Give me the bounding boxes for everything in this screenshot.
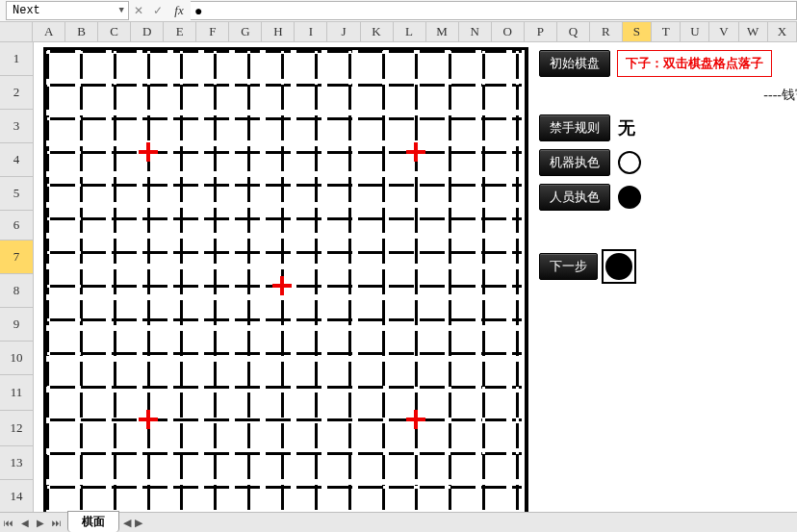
- row-header-9[interactable]: 9: [0, 308, 33, 342]
- human-color-button[interactable]: 人员执色: [539, 184, 610, 211]
- row-header-4[interactable]: 4: [0, 143, 33, 177]
- row-header-10[interactable]: 10: [0, 342, 33, 375]
- row-header-11[interactable]: 11: [0, 375, 33, 411]
- board-star-point: [406, 142, 425, 162]
- author-signature: ----钱寈: [763, 87, 797, 104]
- col-header-R[interactable]: R: [590, 22, 623, 41]
- col-header-W[interactable]: W: [739, 22, 768, 41]
- board-vline: [348, 51, 351, 528]
- col-header-M[interactable]: M: [426, 22, 459, 41]
- board-vline: [46, 51, 49, 528]
- formula-input[interactable]: ●: [191, 1, 797, 20]
- col-header-N[interactable]: N: [459, 22, 492, 41]
- next-turn-indicator: [602, 249, 636, 284]
- board-star-point: [272, 276, 292, 295]
- formula-value: ●: [194, 3, 202, 18]
- col-header-A[interactable]: A: [33, 22, 65, 41]
- board-hline: [47, 84, 525, 87]
- row-header-5[interactable]: 5: [0, 177, 33, 211]
- human-color-icon: [618, 186, 641, 209]
- tab-nav-prev-icon[interactable]: ◀: [17, 518, 33, 528]
- board-vline: [516, 51, 519, 528]
- col-header-X[interactable]: X: [768, 22, 797, 41]
- board-hline: [47, 151, 525, 154]
- board-hline: [47, 251, 525, 254]
- machine-color-button[interactable]: 机器执色: [539, 149, 610, 176]
- col-header-I[interactable]: I: [295, 22, 327, 41]
- col-header-L[interactable]: L: [394, 22, 426, 41]
- col-header-V[interactable]: V: [709, 22, 738, 41]
- board-vline: [382, 51, 385, 528]
- forbid-rule-value: 无: [618, 116, 635, 139]
- init-board-button[interactable]: 初始棋盘: [539, 50, 610, 77]
- tab-nav-next-icon[interactable]: ▶: [33, 518, 48, 528]
- name-box-value: Next: [13, 4, 40, 17]
- col-header-B[interactable]: B: [65, 22, 98, 41]
- cell-area[interactable]: 初始棋盘 下子：双击棋盘格点落子 ----钱寈 禁手规则 无 机器执色 人员执色…: [34, 42, 797, 514]
- board-vline: [482, 51, 485, 528]
- col-header-E[interactable]: E: [164, 22, 196, 41]
- row-header-14[interactable]: 14: [0, 480, 33, 514]
- col-header-C[interactable]: C: [98, 22, 131, 41]
- cancel-icon[interactable]: ✕: [129, 4, 148, 17]
- board-hline: [47, 318, 525, 321]
- instruction-banner: 下子：双击棋盘格点落子: [617, 50, 772, 77]
- fx-label[interactable]: fx: [167, 3, 191, 18]
- board-vline: [449, 51, 451, 528]
- select-all-corner[interactable]: [0, 22, 33, 41]
- row-header-6[interactable]: 6: [0, 211, 33, 241]
- row-header-2[interactable]: 2: [0, 76, 33, 110]
- col-header-K[interactable]: K: [361, 22, 394, 41]
- board-hline: [47, 452, 525, 455]
- board-vline: [147, 51, 150, 528]
- col-header-F[interactable]: F: [196, 22, 229, 41]
- col-header-H[interactable]: H: [262, 22, 295, 41]
- col-header-S[interactable]: S: [623, 22, 652, 41]
- next-step-button[interactable]: 下一步: [539, 253, 598, 280]
- chevron-down-icon[interactable]: ▼: [119, 6, 124, 15]
- col-header-T[interactable]: T: [652, 22, 681, 41]
- forbid-rule-button[interactable]: 禁手规则: [539, 114, 610, 141]
- col-header-P[interactable]: P: [525, 22, 557, 41]
- col-header-J[interactable]: J: [327, 22, 360, 41]
- column-headers: ABCDEFGHIJKLMNOPQRSTUVWX: [0, 22, 797, 42]
- row-header-3[interactable]: 3: [0, 110, 33, 143]
- next-turn-color-icon: [605, 253, 632, 280]
- go-board[interactable]: [43, 47, 528, 532]
- col-header-D[interactable]: D: [131, 22, 164, 41]
- board-vline: [247, 51, 250, 528]
- board-star-point: [139, 410, 158, 429]
- row-header-8[interactable]: 8: [0, 274, 33, 308]
- row-headers: 123456789101112131415: [0, 42, 34, 514]
- board-vline: [80, 51, 83, 528]
- tab-nav-first-icon[interactable]: ⏮: [0, 518, 17, 528]
- board-star-point: [139, 142, 158, 162]
- board-hline: [47, 352, 525, 355]
- board-hline: [47, 418, 525, 421]
- row-header-12[interactable]: 12: [0, 411, 33, 446]
- row-header-13[interactable]: 13: [0, 446, 33, 480]
- confirm-icon[interactable]: ✓: [148, 4, 167, 17]
- board-hline: [47, 386, 525, 389]
- board-hline: [47, 184, 525, 187]
- col-header-G[interactable]: G: [229, 22, 262, 41]
- board-hline: [47, 217, 525, 220]
- tab-nav-last-icon[interactable]: ⏭: [48, 518, 65, 528]
- row-header-7[interactable]: 7: [0, 241, 33, 274]
- col-header-Q[interactable]: Q: [557, 22, 590, 41]
- board-vline: [180, 51, 183, 528]
- tab-scroll-left-icon[interactable]: ◀: [123, 517, 131, 529]
- machine-color-icon: [618, 151, 641, 174]
- col-header-U[interactable]: U: [681, 22, 709, 41]
- board-vline: [415, 51, 418, 528]
- row-header-1[interactable]: 1: [0, 42, 33, 76]
- board-hline: [47, 486, 525, 489]
- col-header-O[interactable]: O: [492, 22, 525, 41]
- sheet-tab-active[interactable]: 棋面: [67, 511, 119, 532]
- sheet-tab-bar: ⏮ ◀ ▶ ⏭ 棋面 ◀ ▶: [0, 512, 797, 532]
- tab-scroll-right-icon[interactable]: ▶: [135, 517, 142, 529]
- name-box[interactable]: Next ▼: [6, 1, 129, 20]
- board-hline: [47, 50, 525, 53]
- board-vline: [214, 51, 217, 528]
- board-vline: [315, 51, 318, 528]
